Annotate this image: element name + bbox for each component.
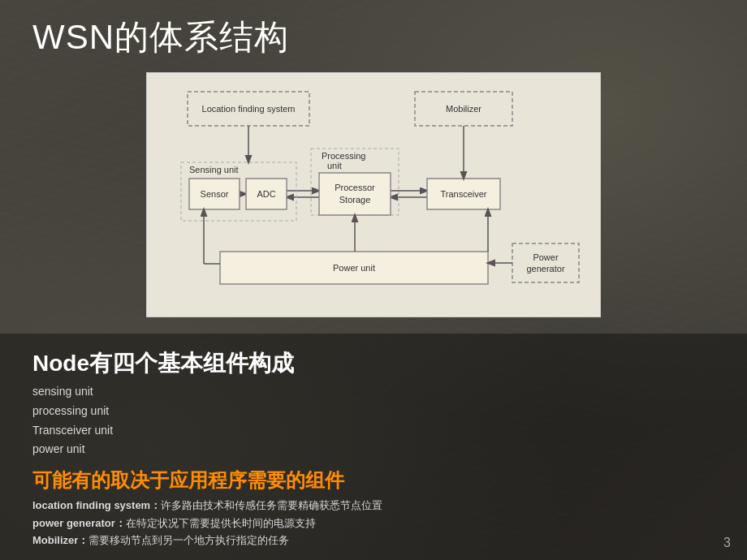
svg-text:Transceiver: Transceiver [440, 189, 486, 199]
detail-text-2: 在特定状况下需要提供长时间的电源支持 [126, 517, 316, 529]
detail-text-1: 许多路由技术和传感任务需要精确获悉节点位置 [161, 499, 382, 511]
slide-title: WSN的体系结构 [32, 15, 715, 60]
svg-rect-11 [512, 243, 579, 282]
svg-text:unit: unit [327, 161, 342, 170]
diagram-inner: Location finding system Mobilizer Power … [163, 85, 585, 304]
detail-text-3: 需要移动节点到另一个地方执行指定的任务 [89, 534, 289, 546]
top-section: WSN的体系结构 [0, 0, 747, 334]
detail-label-1: location finding system： [32, 499, 161, 511]
svg-text:generator: generator [526, 264, 564, 274]
list-item-2: processing unit [32, 402, 715, 421]
main-heading: Node有四个基本组件构成 [32, 348, 715, 379]
svg-text:Mobilizer: Mobilizer [446, 104, 481, 114]
list-item-4: power unit [32, 440, 715, 459]
detail-items: location finding system：许多路由技术和传感任务需要精确获… [32, 497, 715, 549]
diagram-arrows: Location finding system Mobilizer Power … [163, 85, 585, 304]
svg-text:Power unit: Power unit [333, 263, 375, 273]
detail-item-3: Mobilizer：需要移动节点到另一个地方执行指定的任务 [32, 532, 715, 549]
svg-rect-18 [319, 173, 391, 215]
svg-text:Location finding system: Location finding system [202, 104, 296, 114]
svg-text:Sensor: Sensor [201, 189, 229, 199]
detail-label-2: power generator： [32, 517, 126, 529]
svg-text:Processing: Processing [322, 151, 365, 161]
detail-item-2: power generator：在特定状况下需要提供长时间的电源支持 [32, 515, 715, 532]
list-items: sensing unit processing unit Transceiver… [32, 382, 715, 459]
page-number: 3 [723, 536, 731, 550]
svg-text:Power: Power [533, 252, 559, 262]
svg-text:Storage: Storage [339, 195, 371, 205]
svg-text:Sensing unit: Sensing unit [189, 165, 239, 174]
diagram-container: Location finding system Mobilizer Power … [146, 72, 601, 317]
list-item-1: sensing unit [32, 382, 715, 402]
list-item-3: Transceiver unit [32, 421, 715, 441]
detail-label-3: Mobilizer： [32, 534, 89, 546]
slide: WSN的体系结构 [0, 0, 747, 560]
svg-text:Processor: Processor [335, 183, 375, 192]
detail-item-1: location finding system：许多路由技术和传感任务需要精确获… [32, 497, 715, 514]
bottom-section: Node有四个基本组件构成 sensing unit processing un… [0, 334, 747, 560]
sub-heading: 可能有的取决于应用程序需要的组件 [32, 467, 715, 493]
svg-text:ADC: ADC [257, 189, 275, 199]
